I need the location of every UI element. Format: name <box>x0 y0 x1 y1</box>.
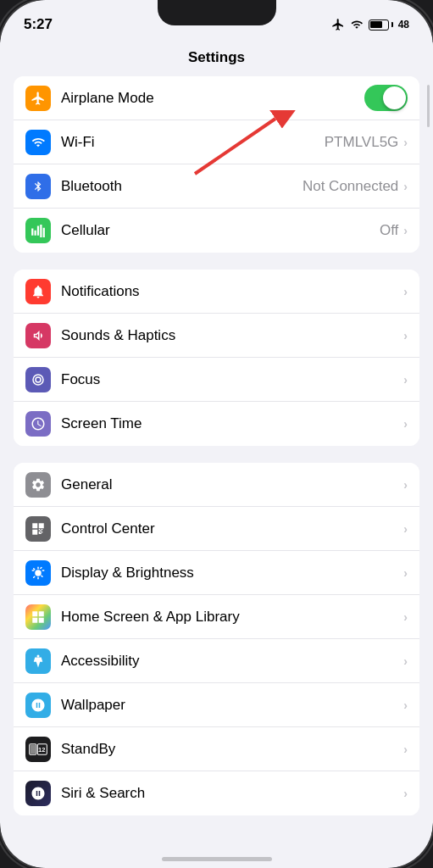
airplane-status-icon <box>331 18 345 31</box>
sounds-row[interactable]: Sounds & Haptics › <box>14 314 419 358</box>
standby-chevron: › <box>403 743 408 756</box>
display-label: Display & Brightness <box>61 565 403 581</box>
wifi-icon <box>25 130 51 155</box>
notifications-icon <box>25 279 51 304</box>
display-icon <box>25 560 51 586</box>
cellular-value: Off <box>380 222 398 239</box>
wallpaper-row[interactable]: Wallpaper › <box>14 683 419 727</box>
airplane-mode-toggle[interactable] <box>364 85 408 111</box>
bluetooth-value: Not Connected <box>303 178 398 195</box>
focus-icon <box>25 367 51 392</box>
accessibility-label: Accessibility <box>61 653 403 670</box>
standby-row[interactable]: 12 StandBy › <box>14 727 419 771</box>
accessibility-row[interactable]: Accessibility › <box>14 639 419 683</box>
scroll-content[interactable]: Airplane Mode Wi-Fi PTMLVL5G › <box>0 76 433 861</box>
airplane-mode-row[interactable]: Airplane Mode <box>14 76 419 120</box>
general-label: General <box>61 476 403 493</box>
bluetooth-chevron: › <box>403 180 408 193</box>
wallpaper-label: Wallpaper <box>61 697 403 714</box>
siri-icon <box>25 781 51 806</box>
phone-screen: 5:27 48 <box>0 0 433 868</box>
sounds-chevron: › <box>403 329 408 342</box>
notifications-label: Notifications <box>61 283 403 300</box>
wifi-status-icon <box>350 19 364 31</box>
control-center-label: Control Center <box>61 520 403 537</box>
wallpaper-chevron: › <box>403 698 408 712</box>
status-time: 5:27 <box>24 16 53 33</box>
notifications-chevron: › <box>403 285 408 298</box>
accessibility-icon <box>25 648 51 674</box>
wallpaper-icon <box>25 693 51 718</box>
sounds-icon <box>25 323 51 348</box>
siri-chevron: › <box>403 787 408 800</box>
control-center-icon <box>25 516 51 542</box>
screen-time-chevron: › <box>403 417 408 431</box>
general-group: General › Control Center › <box>14 463 419 815</box>
svg-text:12: 12 <box>38 745 45 753</box>
notifications-row[interactable]: Notifications › <box>14 270 419 314</box>
home-screen-icon <box>25 604 51 630</box>
airplane-mode-label: Airplane Mode <box>61 90 364 107</box>
phone-frame: 5:27 48 <box>0 0 433 868</box>
battery-icon <box>369 19 393 31</box>
bluetooth-icon <box>25 174 51 199</box>
control-center-row[interactable]: Control Center › <box>14 507 419 551</box>
wifi-chevron: › <box>403 136 408 149</box>
bluetooth-label: Bluetooth <box>61 178 303 195</box>
general-icon <box>25 472 51 498</box>
screen-time-label: Screen Time <box>61 415 403 432</box>
display-row[interactable]: Display & Brightness › <box>14 551 419 595</box>
wifi-value: PTMLVL5G <box>325 134 399 151</box>
battery-percent: 48 <box>398 19 409 31</box>
home-screen-chevron: › <box>403 610 408 624</box>
scrollbar-thumb[interactable] <box>427 85 430 127</box>
connectivity-group: Airplane Mode Wi-Fi PTMLVL5G › <box>14 76 419 253</box>
standby-label: StandBy <box>61 741 403 758</box>
siri-label: Siri & Search <box>61 785 403 802</box>
nav-header: Settings <box>0 42 433 76</box>
notifications-group: Notifications › Sounds & Haptics › <box>14 270 419 446</box>
sounds-label: Sounds & Haptics <box>61 327 403 344</box>
wifi-row[interactable]: Wi-Fi PTMLVL5G › <box>14 120 419 164</box>
cellular-icon <box>25 218 51 243</box>
cellular-row[interactable]: Cellular Off › <box>14 209 419 253</box>
status-icons: 48 <box>331 18 409 31</box>
focus-label: Focus <box>61 371 403 388</box>
standby-icon: 12 <box>25 737 51 762</box>
page-title: Settings <box>188 49 245 65</box>
scrollbar-track <box>427 85 430 254</box>
accessibility-chevron: › <box>403 654 408 668</box>
screen-time-row[interactable]: Screen Time › <box>14 402 419 446</box>
siri-row[interactable]: Siri & Search › <box>14 771 419 815</box>
display-chevron: › <box>403 566 408 580</box>
screen-time-icon <box>25 411 51 437</box>
airplane-mode-icon <box>25 86 51 111</box>
bluetooth-row[interactable]: Bluetooth Not Connected › <box>14 164 419 209</box>
cellular-label: Cellular <box>61 222 380 239</box>
home-screen-label: Home Screen & App Library <box>61 609 403 626</box>
focus-chevron: › <box>403 373 408 387</box>
notch <box>158 0 276 25</box>
general-row[interactable]: General › <box>14 463 419 507</box>
svg-point-0 <box>37 654 40 657</box>
control-center-chevron: › <box>403 522 408 536</box>
wifi-label: Wi-Fi <box>61 134 325 151</box>
home-screen-row[interactable]: Home Screen & App Library › <box>14 595 419 639</box>
home-indicator <box>162 857 272 861</box>
focus-row[interactable]: Focus › <box>14 358 419 402</box>
cellular-chevron: › <box>403 224 408 237</box>
svg-rect-2 <box>30 744 36 754</box>
general-chevron: › <box>403 478 408 492</box>
